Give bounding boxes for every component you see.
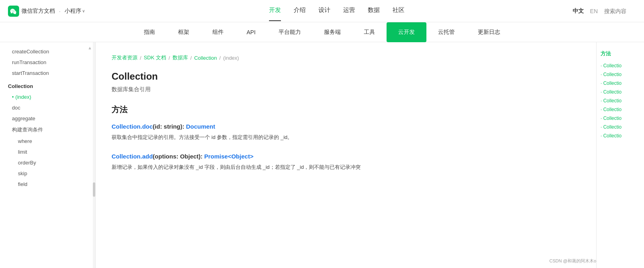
page-subtitle: 数据库集合引用 — [112, 86, 580, 93]
sec-nav-changelog[interactable]: 更新日志 — [466, 22, 512, 42]
chevron-down-icon: ∨ — [82, 9, 85, 13]
sidebar-item-createCollection[interactable]: createCollection — [0, 46, 95, 57]
nav-link-community[interactable]: 社区 — [393, 6, 404, 16]
sec-nav-cloud[interactable]: 云开发 — [387, 22, 426, 42]
nav-link-data[interactable]: 数据 — [368, 6, 380, 16]
right-panel-item-5[interactable]: · Collectio — [601, 105, 640, 114]
bottom-credit: CSDN @和蔼的阿木木o — [549, 258, 596, 264]
active-dot-icon: • — [12, 94, 14, 100]
right-panel: 方法 · Collectio · Collectio · Collectio ·… — [596, 42, 644, 268]
page-title: Collection — [112, 71, 580, 82]
sidebar-item-runTransaction[interactable]: runTransaction — [0, 57, 95, 68]
sec-nav-components[interactable]: 组件 — [201, 22, 235, 42]
logo-sub-text: 小程序 — [65, 8, 81, 15]
method-add-desc: 新增记录，如果传入的记录对象没有 _id 字段，则由后台自动生成 _id；若指定… — [112, 163, 580, 172]
breadcrumb-database[interactable]: 数据库 — [173, 54, 188, 61]
breadcrumb-collection[interactable]: Collection — [194, 55, 217, 61]
content-area: 开发者资源 / SDK 文档 / 数据库 / Collection / (ind… — [96, 42, 596, 268]
method-doc-name[interactable]: Collection.doc — [112, 123, 153, 130]
sidebar-item-doc[interactable]: doc — [0, 102, 95, 113]
logo-area[interactable]: 微信官方文档 · 小程序 ∨ — [8, 6, 85, 17]
sec-nav-framework[interactable]: 框架 — [167, 22, 201, 42]
method-doc-return[interactable]: Document — [186, 123, 215, 130]
logo-main-text: 微信官方文档 — [22, 8, 55, 15]
nav-link-develop[interactable]: 开发 — [269, 6, 281, 16]
nav-right: 中文 EN — [573, 8, 636, 15]
right-panel-item-0[interactable]: · Collectio — [601, 61, 640, 70]
breadcrumb-sep4: / — [219, 55, 221, 61]
right-panel-item-8[interactable]: · Collectio — [601, 131, 640, 140]
breadcrumb-dev-resource[interactable]: 开发者资源 — [112, 54, 137, 61]
sec-nav-server[interactable]: 服务端 — [312, 22, 352, 42]
sidebar-item-field[interactable]: field — [0, 179, 95, 190]
breadcrumb: 开发者资源 / SDK 文档 / 数据库 / Collection / (ind… — [112, 54, 580, 61]
lang-zh-button[interactable]: 中文 — [573, 8, 584, 15]
right-panel-item-6[interactable]: · Collectio — [601, 114, 640, 123]
method-add-params: (options: Object): — [153, 153, 204, 160]
breadcrumb-index: (index) — [223, 55, 239, 61]
sec-nav-platform[interactable]: 平台能力 — [267, 22, 312, 42]
sidebar-item-query-conditions[interactable]: 构建查询条件 — [0, 124, 95, 136]
sidebar-item-index[interactable]: • (index) — [0, 92, 95, 102]
method-doc: Collection.doc(id: string): Document 获取集… — [112, 123, 580, 142]
method-doc-signature: Collection.doc(id: string): Document — [112, 123, 580, 130]
logo-sub[interactable]: 小程序 ∨ — [65, 8, 85, 15]
method-add-name[interactable]: Collection.add — [112, 153, 153, 160]
breadcrumb-sep1: / — [140, 55, 141, 61]
sec-nav-guide[interactable]: 指南 — [132, 22, 167, 42]
scrollbar-track — [93, 42, 95, 268]
sidebar-item-limit[interactable]: limit — [0, 147, 95, 157]
right-panel-item-4[interactable]: · Collectio — [601, 96, 640, 105]
right-panel-item-1[interactable]: · Collectio — [601, 70, 640, 79]
sidebar-item-skip[interactable]: skip — [0, 168, 95, 179]
section-methods-title: 方法 — [112, 104, 580, 115]
search-input[interactable] — [604, 8, 636, 14]
method-add-signature: Collection.add(options: Object): Promise… — [112, 153, 580, 160]
right-panel-item-2[interactable]: · Collectio — [601, 79, 640, 88]
top-nav-links: 开发 介绍 设计 运营 数据 社区 — [101, 6, 573, 16]
scroll-up-arrow: ▲ — [88, 45, 92, 50]
sec-nav-hosting[interactable]: 云托管 — [426, 22, 466, 42]
right-panel-item-7[interactable]: · Collectio — [601, 123, 640, 131]
sidebar-item-aggregate[interactable]: aggregate — [0, 113, 95, 124]
sidebar-item-where[interactable]: where — [0, 136, 95, 147]
nav-link-operation[interactable]: 运营 — [343, 6, 355, 16]
method-add: Collection.add(options: Object): Promise… — [112, 153, 580, 172]
sidebar-section-collection: Collection — [0, 81, 95, 92]
sec-nav-api[interactable]: API — [235, 22, 267, 42]
right-panel-item-3[interactable]: · Collectio — [601, 88, 640, 96]
method-doc-params: (id: string): — [153, 123, 186, 130]
main-layout: ▲ createCollection runTransaction startT… — [0, 42, 644, 268]
sidebar-item-orderBy[interactable]: orderBy — [0, 157, 95, 168]
lang-en-button[interactable]: EN — [590, 8, 598, 14]
sidebar: ▲ createCollection runTransaction startT… — [0, 42, 96, 268]
secondary-nav: 指南 框架 组件 API 平台能力 服务端 工具 云开发 云托管 更新日志 — [0, 22, 644, 42]
logo-dot: · — [59, 8, 61, 14]
nav-link-design[interactable]: 设计 — [318, 6, 330, 16]
breadcrumb-sdk-doc[interactable]: SDK 文档 — [144, 54, 166, 61]
method-add-return[interactable]: Promise<Object> — [204, 153, 253, 160]
sidebar-item-startTransaction[interactable]: startTransaction — [0, 68, 95, 78]
breadcrumb-sep3: / — [190, 55, 192, 61]
method-doc-desc: 获取集合中指定记录的引用。方法接受一个 id 参数，指定需引用的记录的 _id。 — [112, 133, 580, 142]
right-panel-title: 方法 — [601, 50, 640, 57]
wechat-icon — [8, 6, 19, 17]
sec-nav-tools[interactable]: 工具 — [352, 22, 387, 42]
scrollbar-thumb — [93, 182, 95, 197]
nav-link-intro[interactable]: 介绍 — [294, 6, 306, 16]
sidebar-item-index-label: (index) — [16, 94, 31, 100]
breadcrumb-sep2: / — [169, 55, 170, 61]
top-nav: 微信官方文档 · 小程序 ∨ 开发 介绍 设计 运营 数据 社区 中文 EN — [0, 0, 644, 22]
